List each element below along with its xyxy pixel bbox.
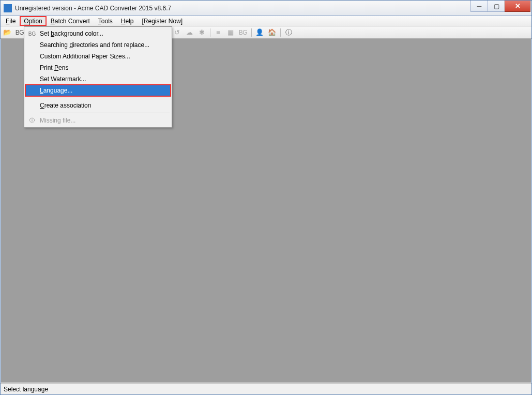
menu-searching-directories-font-replace[interactable]: Searching directories and font replace..…	[25, 39, 171, 51]
menu-item-label: Print Pens	[40, 64, 68, 71]
menu-option[interactable]: Option	[20, 16, 46, 26]
bg-icon: BG	[27, 29, 37, 38]
app-window: Unregistered version - Acme CAD Converte…	[0, 0, 532, 395]
align-icon[interactable]: ≡	[212, 27, 224, 38]
user-icon[interactable]: 👤	[254, 27, 265, 38]
menu-item-label: Custom Additional Paper Sizes...	[40, 53, 130, 60]
close-button[interactable]: ✕	[505, 1, 530, 12]
maximize-button[interactable]: ▢	[488, 1, 505, 12]
menu-create-association[interactable]: Create association	[25, 100, 171, 111]
menubar: File Option Batch Convert Tools Help [Re…	[1, 16, 531, 26]
home-icon[interactable]: 🏠	[266, 27, 278, 38]
rotate-left-icon[interactable]: ↺	[171, 27, 183, 38]
toolbar-separator	[250, 27, 253, 38]
menu-set-background-color[interactable]: BG Set background color...	[25, 28, 171, 39]
menu-separator	[40, 98, 170, 98]
menu-set-watermark[interactable]: Set Watermark...	[25, 73, 171, 85]
app-icon	[4, 4, 12, 12]
menu-item-label: Create association	[40, 102, 91, 109]
info-icon: ⓘ	[27, 116, 37, 125]
status-text: Select language	[4, 386, 48, 393]
titlebar: Unregistered version - Acme CAD Converte…	[1, 1, 531, 16]
menu-print-pens[interactable]: Print Pens	[25, 62, 171, 73]
menu-language[interactable]: Language...	[25, 85, 171, 96]
menu-item-label: Language...	[40, 87, 72, 94]
replace-font-icon[interactable]: ✱	[196, 27, 207, 38]
menu-custom-additional-paper-sizes[interactable]: Custom Additional Paper Sizes...	[25, 51, 171, 62]
bg-toggle-icon[interactable]: BG	[237, 27, 249, 38]
cloud-icon[interactable]: ☁	[184, 27, 195, 38]
menu-file[interactable]: File	[2, 16, 20, 26]
info-icon[interactable]: ⓘ	[283, 27, 294, 38]
statusbar: Select language	[1, 383, 531, 394]
option-menu-dropdown: BG Set background color... Searching dir…	[24, 26, 172, 128]
toolbar-separator	[279, 27, 282, 38]
menu-item-label: Set Watermark...	[40, 75, 86, 83]
grid-icon[interactable]: ▦	[225, 27, 236, 38]
menu-item-label: Missing file...	[40, 117, 75, 124]
menu-batch-convert[interactable]: Batch Convert	[47, 16, 94, 26]
toolbar-separator	[208, 27, 211, 38]
menu-register-now[interactable]: [Register Now]	[138, 16, 187, 26]
window-title: Unregistered version - Acme CAD Converte…	[15, 5, 471, 12]
menu-item-label: Set background color...	[40, 30, 103, 37]
menu-separator	[40, 113, 170, 113]
minimize-button[interactable]: ─	[470, 1, 488, 12]
menu-tools[interactable]: Tools	[94, 16, 117, 26]
menu-missing-file: ⓘ Missing file...	[25, 115, 171, 126]
menu-item-label: Searching directories and font replace..…	[40, 41, 149, 49]
window-controls: ─ ▢ ✕	[471, 1, 530, 16]
menu-help[interactable]: Help	[117, 16, 138, 26]
open-icon[interactable]: 📂	[2, 27, 13, 38]
